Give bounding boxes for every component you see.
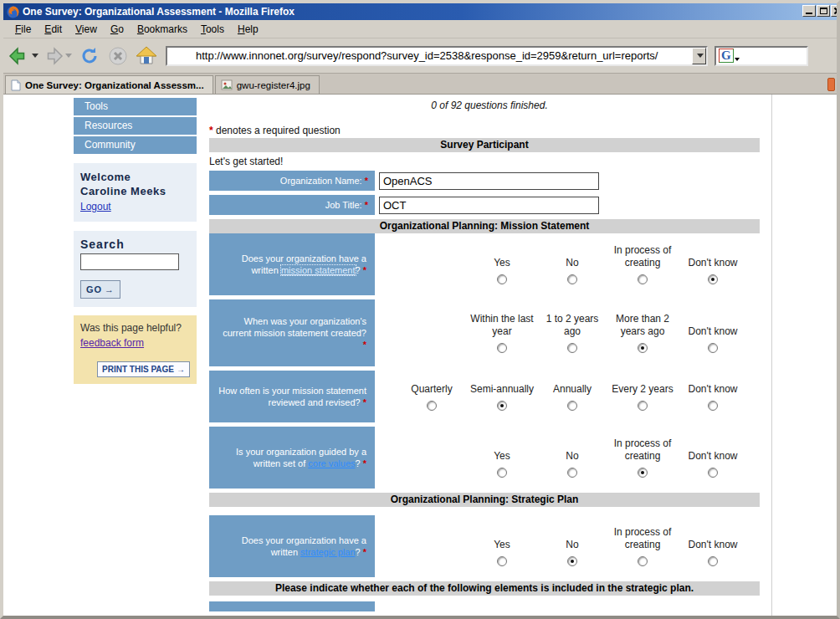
radio-button[interactable] — [638, 556, 648, 566]
question-label-text: Does your organization have a written mi… — [218, 253, 366, 276]
tab-label: One Survey: Organizational Assessm... — [25, 80, 204, 90]
radio-button[interactable] — [567, 401, 577, 411]
minimize-button[interactable] — [802, 5, 816, 17]
radio-button[interactable] — [497, 343, 507, 353]
menu-item-view[interactable]: View — [70, 22, 105, 37]
question-label-text: Does your organization have a written st… — [218, 535, 366, 558]
menu-item-tools[interactable]: Tools — [196, 22, 233, 37]
feedback-form-link[interactable]: feedback form — [80, 337, 144, 349]
search-engine-box[interactable]: G — [715, 46, 808, 66]
stop-button[interactable] — [107, 45, 129, 67]
question-row: When was your organization's current mis… — [209, 299, 771, 366]
answer-option-label: No — [566, 539, 578, 551]
glossary-link[interactable]: core values — [308, 458, 355, 468]
radio-button[interactable] — [708, 274, 718, 284]
intro-text: Let's get started! — [209, 156, 771, 167]
radio-button[interactable] — [638, 401, 648, 411]
answer-option: Don't know — [678, 450, 748, 478]
answer-options: QuarterlySemi-annuallyAnnuallyEvery 2 ye… — [397, 383, 748, 411]
answer-option: Semi-annually — [467, 383, 537, 411]
radio-button[interactable] — [708, 556, 718, 566]
answer-option-label: In process of creating — [607, 526, 678, 551]
google-logo-icon[interactable]: G — [719, 49, 734, 63]
print-page-button[interactable]: PRINT THIS PAGE → — [97, 361, 190, 377]
radio-button[interactable] — [567, 556, 577, 566]
field-input[interactable] — [379, 197, 599, 214]
answer-options: YesNoIn process of creatingDon't know — [467, 437, 748, 478]
answer-option: Don't know — [678, 325, 748, 353]
helpful-question: Was this page helpful? — [80, 322, 190, 334]
back-button[interactable] — [8, 46, 38, 66]
back-arrow-icon — [8, 46, 30, 66]
maximize-icon — [820, 8, 827, 14]
radio-button[interactable] — [567, 468, 577, 478]
field-input[interactable] — [379, 172, 599, 190]
required-star: * — [361, 458, 366, 468]
radio-button[interactable] — [708, 343, 718, 353]
answer-option: Yes — [467, 539, 537, 566]
menu-item-edit[interactable]: Edit — [39, 22, 70, 37]
glossary-link[interactable]: strategic plan — [300, 547, 355, 557]
radio-button[interactable] — [497, 468, 507, 478]
close-button[interactable] — [831, 5, 837, 17]
section-header: Organizational Planning: Mission Stateme… — [209, 219, 760, 233]
required-star: * — [209, 125, 213, 136]
radio-button[interactable] — [708, 468, 718, 478]
url-input[interactable] — [167, 49, 692, 64]
radio-button[interactable] — [427, 401, 437, 411]
menu-item-file[interactable]: File — [10, 22, 39, 37]
tab-1[interactable]: One Survey: Organizational Assessm... — [5, 75, 213, 94]
answer-option: Yes — [467, 450, 537, 478]
glossary-link[interactable]: mission statement — [281, 265, 356, 275]
radio-button[interactable] — [567, 343, 577, 353]
radio-button[interactable] — [638, 274, 648, 284]
sidebar-item-tools[interactable]: Tools — [74, 98, 197, 115]
search-input[interactable] — [80, 253, 179, 270]
radio-button[interactable] — [497, 274, 507, 284]
window-title: One Survey: Organizational Assessment - … — [23, 6, 295, 18]
url-dropdown-button[interactable] — [692, 48, 706, 64]
home-icon — [136, 46, 157, 66]
question-label-text: How often is your mission statement revi… — [218, 385, 366, 408]
sidebar-item-resources[interactable]: Resources — [74, 117, 197, 135]
welcome-box: Welcome Caroline Meeks Logout — [74, 163, 197, 222]
radio-button[interactable] — [567, 274, 577, 284]
answer-option: In process of creating — [607, 244, 678, 284]
radio-button[interactable] — [638, 468, 648, 478]
radio-button[interactable] — [497, 401, 507, 411]
tab-overflow-button[interactable] — [827, 78, 835, 91]
answer-option-label: No — [566, 450, 578, 463]
forward-history-caret-icon[interactable] — [65, 54, 72, 58]
radio-button[interactable] — [497, 556, 507, 566]
sidebar-item-community[interactable]: Community — [74, 136, 197, 154]
menu-item-help[interactable]: Help — [233, 22, 267, 37]
required-star: * — [361, 265, 366, 275]
forward-button[interactable] — [42, 46, 72, 66]
go-button[interactable]: GO → — [80, 280, 120, 299]
logout-link[interactable]: Logout — [80, 201, 111, 212]
sidebar-nav: ToolsResourcesCommunity — [74, 98, 197, 154]
tab-2[interactable]: gwu-register4.jpg — [215, 75, 320, 94]
menu-item-bookmarks[interactable]: Bookmarks — [132, 22, 196, 37]
question-label — [209, 601, 375, 611]
page-icon — [11, 79, 21, 91]
reload-button[interactable] — [79, 45, 100, 67]
back-history-caret-icon[interactable] — [32, 54, 38, 58]
page-content: ToolsResourcesCommunity Welcome Caroline… — [3, 94, 837, 616]
survey-main: 0 of 92 questions finished. * denotes a … — [207, 95, 772, 616]
section-header: Survey Participant — [209, 138, 760, 152]
go-button-label: GO — [86, 284, 102, 294]
radio-button[interactable] — [708, 401, 718, 411]
answer-option: Don't know — [678, 257, 748, 284]
maximize-button[interactable] — [817, 5, 830, 17]
field-label-text: Job Title: — [325, 200, 362, 210]
menu-item-go[interactable]: Go — [105, 22, 132, 37]
answer-option: More than 2 years ago — [607, 313, 678, 353]
answer-option: Within the last year — [467, 313, 537, 353]
answer-option-label: Yes — [494, 450, 510, 463]
search-engine-caret-icon[interactable] — [735, 58, 740, 61]
answer-option-label: Don't know — [689, 383, 738, 396]
answer-option-label: In process of creating — [607, 437, 678, 463]
radio-button[interactable] — [638, 343, 648, 353]
home-button[interactable] — [136, 45, 157, 67]
